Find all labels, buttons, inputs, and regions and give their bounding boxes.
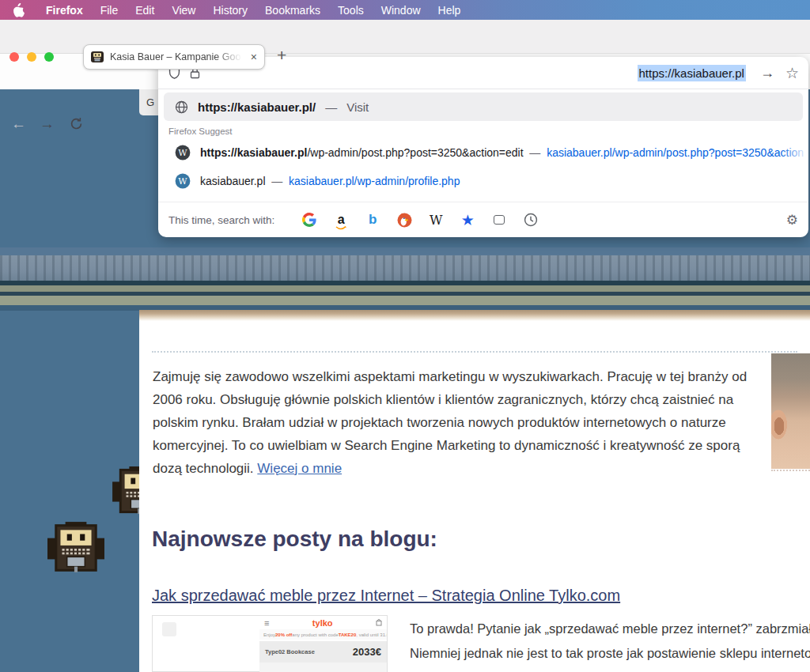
- product-row: Type02 Bookcase 2033€: [259, 641, 387, 663]
- website-content-area: Zajmuję się zawodowo wszelkimi aspektami…: [139, 310, 810, 672]
- promo-bar: Enjoy 20% off any product with code TAKE…: [259, 629, 387, 640]
- product-price: 2033€: [353, 646, 381, 658]
- history-search-icon[interactable]: [524, 213, 539, 228]
- promo-text: Enjoy: [263, 632, 275, 637]
- dotted-divider: [771, 470, 810, 471]
- more-about-me-link[interactable]: Więcej o mnie: [257, 461, 342, 476]
- menu-item-edit[interactable]: Edit: [127, 4, 163, 17]
- post-thumbnail[interactable]: ≡ tylko Enjoy 20% off any product with c…: [152, 615, 388, 672]
- divider: [158, 89, 808, 89]
- blog-section-heading: Najnowsze posty na blogu:: [152, 527, 437, 552]
- menu-item-file[interactable]: File: [92, 4, 127, 17]
- tabs-search-icon[interactable]: [492, 213, 507, 228]
- blog-post-link[interactable]: Jak sprzedawać meble przez Internet – St…: [152, 587, 620, 605]
- forward-button[interactable]: →: [40, 115, 55, 133]
- suggestion-domain: https://kasiabauer.pl: [200, 146, 307, 159]
- suggestion-url: https://kasiabauer.pl/: [198, 100, 316, 114]
- wikipedia-search-icon[interactable]: W: [429, 213, 444, 228]
- search-engine-row: This time, search with: a b W ★ ⚙: [158, 202, 808, 237]
- product-name: Type02 Bookcase: [265, 648, 353, 655]
- search-with-label: This time, search with:: [168, 214, 274, 226]
- header-image-bottom-edge: [139, 310, 810, 321]
- tab-favicon-robot-icon: [91, 51, 104, 63]
- excerpt-line: To prawda! Pytanie jak „sprzedawać meble…: [410, 617, 810, 641]
- svg-text:W: W: [178, 148, 187, 158]
- dotted-divider: [152, 351, 797, 353]
- urlbar-dropdown-panel: https://kasiabauer.pl → ☆ https://kasiab…: [158, 57, 808, 237]
- globe-icon: [175, 100, 188, 114]
- wordpress-icon: W: [175, 173, 191, 189]
- suggestion-row[interactable]: W https://kasiabauer.pl/wp-admin/post.ph…: [164, 139, 808, 166]
- close-window-button[interactable]: [9, 52, 19, 62]
- post-excerpt: To prawda! Pytanie jak „sprzedawać meble…: [410, 617, 810, 672]
- go-arrow-icon[interactable]: →: [760, 65, 774, 81]
- tab-bar: Kasia Bauer – Kampanie Google × +: [0, 20, 810, 54]
- background-band-soft: [0, 247, 810, 255]
- minimize-window-button[interactable]: [27, 52, 36, 62]
- browser-tab[interactable]: Kasia Bauer – Kampanie Google ×: [83, 44, 265, 70]
- duckduckgo-search-icon[interactable]: [397, 213, 412, 228]
- thumbnail-smudge: [162, 622, 176, 636]
- menu-item-help[interactable]: Help: [430, 4, 470, 17]
- firefox-suggest-label: Firefox Suggest: [168, 126, 233, 136]
- tylko-screenshot: ≡ tylko Enjoy 20% off any product with c…: [259, 616, 387, 672]
- menu-item-tools[interactable]: Tools: [329, 4, 373, 17]
- bookmark-star-icon[interactable]: ☆: [785, 64, 799, 82]
- promo-text: , valid until 31.03: [356, 632, 387, 637]
- promo-code: TAKE20: [339, 632, 357, 637]
- apple-icon[interactable]: [13, 3, 25, 17]
- suggestion-visit-row[interactable]: https://kasiabauer.pl/ — Visit: [164, 92, 803, 121]
- tab-title: Kasia Bauer – Kampanie Google: [110, 51, 244, 62]
- menu-item-firefox[interactable]: Firefox: [37, 4, 92, 17]
- menu-item-window[interactable]: Window: [373, 4, 430, 17]
- suggestion-link-url: kasiabauer.pl/wp-admin/profile.php: [289, 175, 460, 187]
- svg-text:W: W: [178, 176, 187, 187]
- tylko-logo: tylko: [269, 618, 376, 628]
- settings-gear-icon[interactable]: ⚙: [786, 212, 798, 228]
- reload-icon[interactable]: [70, 117, 83, 134]
- macos-menu-bar: Firefox File Edit View History Bookmarks…: [0, 0, 810, 20]
- bing-search-icon[interactable]: b: [365, 213, 380, 228]
- excerpt-line: i kupowanie reklamy z uwzględnieniem dob…: [410, 666, 810, 672]
- promo-text: any product with code: [292, 632, 338, 637]
- tab-close-icon[interactable]: ×: [251, 51, 257, 62]
- intro-paragraph: Zajmuję się zawodowo wszelkimi aspektami…: [153, 365, 762, 480]
- suggestion-title: kasiabauer.pl: [200, 175, 266, 187]
- suggestion-link-url: kasiabauer.pl/wp-admin/post.php?post=325…: [547, 146, 804, 159]
- dash: —: [529, 146, 540, 159]
- intro-text: Zajmuję się zawodowo wszelkimi aspektami…: [153, 369, 747, 476]
- back-button[interactable]: ←: [11, 115, 26, 133]
- suggestion-path: /wp-admin/post.php?post=3250&action=edit: [307, 146, 523, 159]
- google-search-icon[interactable]: [302, 213, 317, 228]
- menu-item-history[interactable]: History: [204, 4, 256, 17]
- product-area: [259, 663, 387, 672]
- suggestion-row[interactable]: W kasiabauer.pl — kasiabauer.pl/wp-admin…: [164, 168, 808, 194]
- shopping-bag-icon: [376, 619, 382, 626]
- amazon-letter: a: [338, 215, 345, 225]
- amazon-search-icon[interactable]: a: [334, 213, 349, 228]
- excerpt-line: Niemniej jednak nie jest to tak proste j…: [410, 641, 810, 666]
- menu-item-bookmarks[interactable]: Bookmarks: [256, 4, 329, 17]
- menu-item-view[interactable]: View: [163, 4, 204, 17]
- profile-photo: [771, 353, 810, 469]
- pixel-robot-mascot-icon: [47, 520, 104, 579]
- screen: Firefox File Edit View History Bookmarks…: [0, 0, 810, 672]
- wordpress-icon: W: [175, 145, 191, 160]
- visit-action-label: Visit: [346, 100, 369, 114]
- new-tab-button[interactable]: +: [277, 46, 286, 65]
- dash: —: [271, 175, 282, 187]
- background-stripe: [0, 296, 810, 305]
- dash: —: [325, 100, 337, 114]
- background-band-texture: [0, 255, 810, 281]
- url-input-selected-text[interactable]: https://kasiabauer.pl: [638, 65, 746, 81]
- zoom-window-button[interactable]: [44, 52, 54, 62]
- bookmarks-search-icon[interactable]: ★: [460, 213, 475, 228]
- background-stripe: [0, 285, 810, 292]
- promo-discount: 20% off: [275, 632, 292, 637]
- fragment-label: G: [146, 96, 154, 108]
